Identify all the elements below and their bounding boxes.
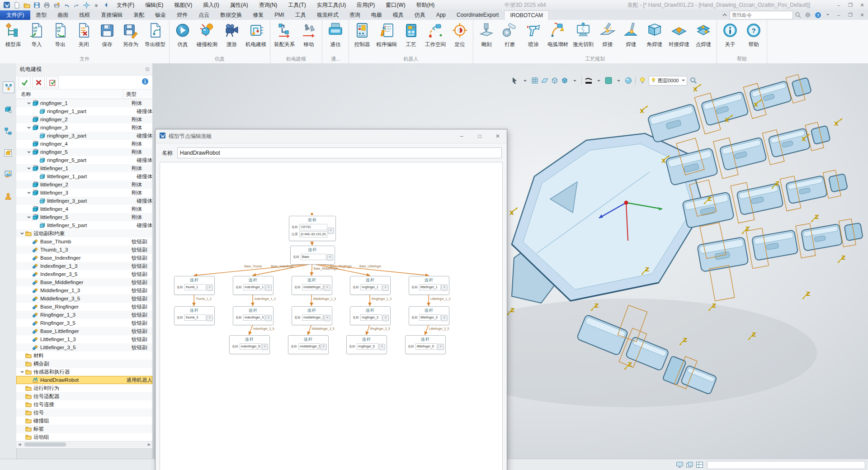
tree-horizontal-scrollbar[interactable]: ◀ ▶ bbox=[16, 441, 152, 447]
dialog-minimize-button[interactable]: – bbox=[453, 130, 471, 143]
expand-caret-icon[interactable] bbox=[27, 215, 31, 219]
ribbon-button-仿真[interactable]: 仿真 bbox=[171, 21, 194, 55]
graph-node-thumb_1[interactable]: 连杆名称thumb_1+ bbox=[174, 276, 215, 295]
manager-tab-view[interactable] bbox=[3, 168, 14, 179]
node-expand-button[interactable]: + bbox=[382, 285, 389, 291]
section-box-icon[interactable] bbox=[550, 76, 559, 85]
ribbon-tab-IROBOTCAM[interactable]: IROBOTCAM bbox=[504, 10, 549, 20]
tree-row-运动组[interactable]: 运动组 bbox=[16, 433, 152, 441]
redo-icon[interactable] bbox=[72, 1, 81, 9]
manager-tab-history[interactable] bbox=[3, 126, 14, 137]
ribbon-button-雕刻[interactable]: 雕刻 bbox=[475, 21, 498, 55]
confirm-button[interactable] bbox=[18, 76, 31, 88]
node-expand-button[interactable]: + bbox=[207, 315, 213, 321]
node-expand-button[interactable]: + bbox=[382, 315, 389, 321]
ribbon-button-焊接[interactable]: 焊接 bbox=[596, 21, 619, 55]
node-expand-button[interactable]: + bbox=[328, 228, 334, 234]
ribbon-button-关于[interactable]: 关于 bbox=[718, 21, 742, 55]
ribbon-tab-装配[interactable]: 装配 bbox=[128, 10, 150, 20]
ribbon-tab-焊件[interactable]: 焊件 bbox=[171, 10, 193, 20]
dialog-close-button[interactable]: ✕ bbox=[489, 130, 507, 143]
menu-1[interactable]: 文件(F) bbox=[111, 0, 140, 10]
minimize-button[interactable]: – bbox=[833, 0, 844, 10]
face-color-dropdown-icon[interactable] bbox=[614, 76, 623, 85]
tree-row-Ringfinger_3_5[interactable]: Ringfinger_3_5铰链副 bbox=[16, 319, 152, 327]
doc-restore-button[interactable]: ❐ bbox=[844, 10, 856, 20]
graph-node-ringfinger_5[interactable]: 连杆名称ringfinger_5+ bbox=[346, 335, 387, 354]
pick-target-icon[interactable] bbox=[82, 1, 91, 9]
ribbon-button-焊缝[interactable]: 焊缝 bbox=[619, 21, 643, 55]
graph-node-ringfinger_1[interactable]: 连杆名称ringfinger_1+ bbox=[350, 276, 391, 295]
tree-row-Ringfinger_1_3[interactable]: Ringfinger_1_3铰链副 bbox=[16, 311, 152, 319]
line-color-swatch[interactable] bbox=[584, 76, 593, 85]
tree-row-littlefinger_5[interactable]: littlefinger_5刚体 bbox=[16, 213, 152, 221]
tree-row-littlefinger_4[interactable]: littlefinger_4刚体 bbox=[16, 205, 152, 213]
ribbon-tab-App[interactable]: App bbox=[431, 10, 451, 20]
menu-7[interactable]: 工具(T) bbox=[283, 0, 311, 10]
manager-tab-visual[interactable] bbox=[3, 147, 14, 158]
node-field-value[interactable]: ringfinger_1 bbox=[360, 284, 382, 290]
tree-row-Base_Littlefinger[interactable]: Base_Littlefinger铰链副 bbox=[16, 327, 152, 335]
ribbon-button-帮助[interactable]: ?帮助 bbox=[742, 21, 765, 55]
tree-row-Indexfinger_1_3[interactable]: Indexfinger_1_3铰链副 bbox=[16, 262, 152, 270]
ribbon-button-模型库[interactable]: 模型库 bbox=[1, 21, 25, 55]
node-field-value[interactable]: middlefinger_3 bbox=[302, 314, 324, 321]
ribbon-button-碰撞检测[interactable]: 碰撞检测 bbox=[194, 21, 220, 55]
pick-dropdown-icon[interactable] bbox=[520, 76, 529, 85]
tree-row-Base_Middlefinger[interactable]: Base_Middlefinger铰链副 bbox=[16, 278, 152, 286]
plane-toggle-icon[interactable] bbox=[540, 76, 549, 85]
light-toggle-icon[interactable] bbox=[638, 76, 647, 85]
column-name[interactable]: 名称 bbox=[16, 90, 123, 99]
graph-node-middlefinger_5[interactable]: 连杆名称middlefinger_5+ bbox=[288, 335, 329, 354]
tree-row-Base_Ringfinger[interactable]: Base_Ringfinger铰链副 bbox=[16, 303, 152, 311]
graph-node-littlefinger_3[interactable]: 连杆名称littlefinger_3+ bbox=[409, 306, 449, 325]
tree-row-Thumb_1_3[interactable]: Thumb_1_3铰链副 bbox=[16, 246, 152, 254]
ribbon-button-关闭[interactable]: 关闭 bbox=[72, 21, 95, 55]
node-field-value[interactable]: littlefinger_3 bbox=[419, 314, 441, 321]
menu-4[interactable]: 插入(I) bbox=[198, 0, 224, 10]
search-icon[interactable] bbox=[793, 10, 802, 19]
expand-caret-icon[interactable] bbox=[27, 190, 31, 195]
node-field-value[interactable]: thumb_1 bbox=[184, 284, 206, 290]
collapse-ribbon-icon[interactable] bbox=[720, 10, 729, 19]
node-expand-button[interactable]: + bbox=[327, 254, 333, 261]
ribbon-button-漫游[interactable]: 漫游 bbox=[220, 21, 243, 55]
scroll-right-icon[interactable]: ▶ bbox=[146, 442, 152, 447]
tree-row-ringfinger_3[interactable]: ringfinger_3刚体 bbox=[16, 123, 152, 132]
ribbon-button-工作空间[interactable]: 工作空间 bbox=[423, 21, 448, 55]
node-expand-button[interactable]: + bbox=[441, 285, 448, 291]
tree-row-标签[interactable]: 标签 bbox=[16, 425, 152, 433]
ribbon-tab-修复[interactable]: 修复 bbox=[247, 10, 269, 20]
ribbon-button-打磨[interactable]: 打磨 bbox=[498, 21, 522, 55]
tree-row-ringfinger_2[interactable]: ringfinger_2刚体 bbox=[16, 115, 152, 123]
ribbon-tab-电极[interactable]: 电极 bbox=[366, 10, 387, 20]
expand-caret-icon[interactable] bbox=[27, 166, 31, 171]
ribbon-tab-工具[interactable]: 工具 bbox=[290, 10, 311, 20]
help-dropdown-icon[interactable] bbox=[823, 10, 832, 19]
node-field-value[interactable]: indexfinger_5 bbox=[240, 343, 261, 350]
node-field-value[interactable]: (0.946,-62.191,20.148) bbox=[299, 231, 327, 237]
tree-row-littlefinger_5_part[interactable]: littlefinger_5_part碰撞体 bbox=[16, 221, 152, 229]
ribbon-button-导出模型[interactable]: 导出模型 bbox=[142, 21, 168, 55]
ribbon-tab-模具[interactable]: 模具 bbox=[387, 10, 409, 20]
expand-caret-icon[interactable] bbox=[27, 125, 31, 130]
graph-node-littlefinger_5[interactable]: 连杆名称littlefinger_5+ bbox=[405, 335, 446, 354]
layer-dropdown-icon[interactable] bbox=[681, 76, 685, 85]
ribbon-tab-数据交换[interactable]: 数据交换 bbox=[215, 10, 247, 20]
menu-9[interactable]: 应用(P) bbox=[351, 0, 380, 10]
tree-row-ringfinger_1[interactable]: ringfinger_1刚体 bbox=[16, 99, 152, 107]
tree-row-littlefinger_1_part[interactable]: littlefinger_1_part碰撞体 bbox=[16, 172, 152, 180]
ribbon-button-控制器[interactable]: 控制器 bbox=[350, 21, 374, 55]
settings-gear-icon[interactable] bbox=[803, 10, 812, 19]
expand-caret-icon[interactable] bbox=[27, 150, 31, 154]
tree-row-Base_Indexfinger[interactable]: Base_Indexfinger铰链副 bbox=[16, 254, 152, 262]
tree-row-Middlefinger_3_5[interactable]: Middlefinger_3_5铰链副 bbox=[16, 294, 152, 303]
node-expand-button[interactable]: + bbox=[207, 285, 213, 291]
node-expand-button[interactable]: + bbox=[262, 344, 268, 350]
node-field-value[interactable]: ringfinger_3 bbox=[360, 314, 382, 321]
line-color-dropdown-icon[interactable] bbox=[594, 76, 603, 85]
tree-row-碰撞组[interactable]: 碰撞组 bbox=[16, 417, 152, 425]
node-expand-button[interactable]: + bbox=[265, 315, 272, 321]
ribbon-button-程序编辑[interactable]: 程序编辑 bbox=[374, 21, 399, 55]
node-field-value[interactable]: littlefinger_5 bbox=[415, 343, 437, 350]
